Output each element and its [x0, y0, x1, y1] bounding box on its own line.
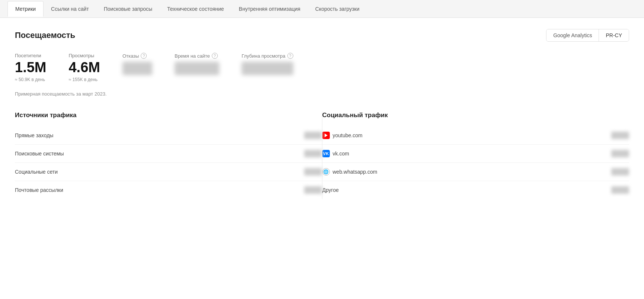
traffic-row-direct-label: Прямые заходы [15, 132, 53, 138]
social-row-youtube-label: youtube.com [322, 132, 363, 139]
metric-visitors-value: 1.5M [15, 60, 46, 75]
metric-pageviews: Просмотры 4.6M ≈ 155K в день [68, 53, 100, 82]
social-row-other-value [611, 186, 629, 194]
social-row-other: Другое [322, 181, 629, 199]
social-row-whatsapp-value [611, 168, 629, 176]
traffic-row-social-label: Социальные сети [15, 169, 58, 175]
metric-time-label: Время на сайте ? [175, 53, 219, 59]
traffic-row-social: Социальные сети [15, 163, 322, 181]
traffic-row-social-value [304, 168, 322, 176]
tab-speed[interactable]: Скорость загрузки [308, 1, 367, 16]
section-title: Посещаемость [15, 30, 75, 40]
metric-pageviews-value: 4.6M [68, 60, 100, 75]
social-row-vk: VK vk.com [322, 145, 629, 163]
metric-depth: Глубина просмотра ? [242, 53, 293, 75]
traffic-row-search: Поисковые системы [15, 145, 322, 163]
social-row-youtube: youtube.com [322, 126, 629, 145]
time-help-icon[interactable]: ? [212, 53, 218, 59]
social-traffic-title: Социальный трафик [322, 112, 629, 119]
tab-search[interactable]: Поисковые запросы [96, 1, 160, 16]
pr-cy-button[interactable]: PR-CY [599, 29, 629, 41]
bounce-help-icon[interactable]: ? [141, 53, 147, 59]
traffic-sources-title: Источники трафика [15, 112, 322, 119]
tab-links[interactable]: Ссылки на сайт [44, 1, 96, 16]
depth-help-icon[interactable]: ? [287, 53, 293, 59]
metric-visitors-label: Посетители [15, 53, 46, 58]
social-row-vk-label: VK vk.com [322, 150, 349, 157]
social-row-whatsapp-label: web.whatsapp.com [322, 168, 377, 176]
source-buttons: Google Analytics PR-CY [546, 29, 629, 42]
social-row-youtube-value [611, 132, 629, 139]
tab-bar: Метрики Ссылки на сайт Поисковые запросы… [0, 0, 644, 18]
metric-visitors: Посетители 1.5M ≈ 50.9K в день [15, 53, 46, 82]
youtube-icon [322, 132, 330, 139]
traffic-row-direct: Прямые заходы [15, 126, 322, 145]
section-header: Посещаемость Google Analytics PR-CY [15, 29, 629, 42]
tab-metrika[interactable]: Метрики [7, 1, 44, 17]
tab-internal[interactable]: Внутренняя оптимизация [232, 1, 308, 16]
metric-pageviews-sub: ≈ 155K в день [68, 77, 100, 82]
social-row-whatsapp: web.whatsapp.com [322, 163, 629, 181]
traffic-sources-col: Источники трафика Прямые заходы Поисковы… [15, 112, 322, 199]
social-traffic-col: Социальный трафик youtube.com VK vk.com [322, 112, 629, 199]
whatsapp-icon [322, 168, 330, 176]
metric-visitors-sub: ≈ 50.9K в день [15, 77, 46, 82]
metric-bounce-value [122, 62, 152, 75]
google-analytics-button[interactable]: Google Analytics [546, 29, 599, 41]
metric-depth-value [242, 62, 293, 75]
tab-technical[interactable]: Техническое состояние [160, 1, 232, 16]
metric-pageviews-label: Просмотры [68, 53, 100, 58]
traffic-row-search-label: Поисковые системы [15, 151, 64, 157]
vk-icon: VK [322, 150, 330, 157]
traffic-row-direct-value [304, 132, 322, 139]
page-wrapper: Метрики Ссылки на сайт Поисковые запросы… [0, 0, 644, 299]
traffic-row-email-label: Почтовые рассылки [15, 187, 63, 193]
note-text: Примерная посещаемость за март 2023. [15, 91, 629, 97]
metric-time-value [175, 62, 219, 75]
metric-time: Время на сайте ? [175, 53, 219, 75]
metrics-row: Посетители 1.5M ≈ 50.9K в день Просмотры… [15, 53, 629, 82]
metric-bounce-label: Отказы ? [122, 53, 152, 59]
metric-depth-label: Глубина просмотра ? [242, 53, 293, 59]
traffic-sections: Источники трафика Прямые заходы Поисковы… [15, 112, 629, 199]
main-content: Посещаемость Google Analytics PR-CY Посе… [0, 18, 644, 299]
social-row-vk-value [611, 150, 629, 157]
social-row-other-label: Другое [322, 187, 339, 193]
metric-bounce: Отказы ? [122, 53, 152, 75]
traffic-row-email-value [304, 186, 322, 194]
traffic-row-email: Почтовые рассылки [15, 181, 322, 199]
traffic-row-search-value [304, 150, 322, 157]
